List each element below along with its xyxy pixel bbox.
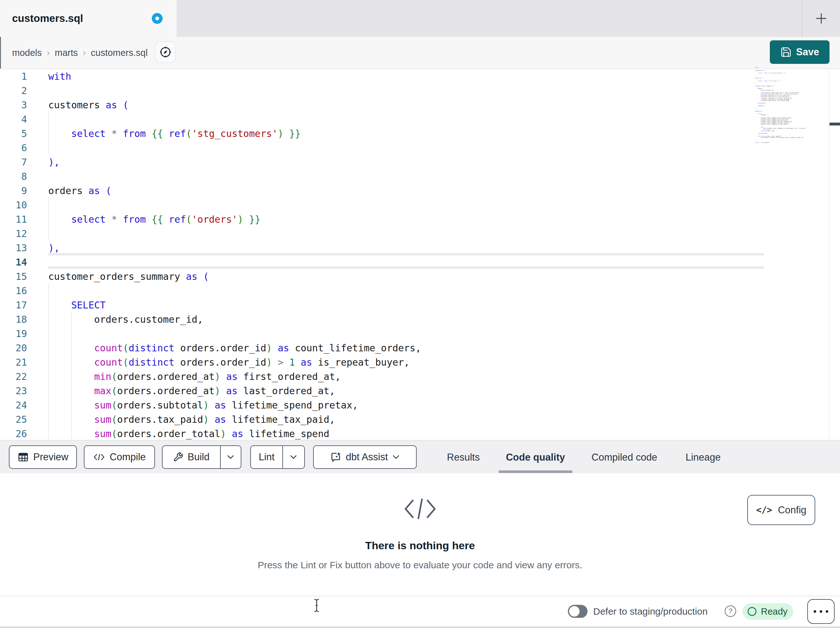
dot <box>819 610 822 613</box>
toggle-knob <box>569 606 579 617</box>
lint-split-button[interactable]: Lint <box>250 445 305 469</box>
dbt-assist-label: dbt Assist <box>346 451 388 463</box>
tab-lineage[interactable]: Lineage <box>682 441 725 474</box>
plus-icon <box>814 11 828 25</box>
line-number: 6 <box>0 141 27 155</box>
preview-label: Preview <box>33 451 68 463</box>
minimap-content: withcustomers as ( select * from {{ ref(… <box>755 67 831 143</box>
preview-button[interactable]: Preview <box>9 445 77 469</box>
build-main[interactable]: Build <box>163 451 220 463</box>
code-line-8[interactable]: 8 <box>0 169 840 183</box>
breadcrumb-separator: › <box>47 48 50 58</box>
line-content <box>27 198 48 212</box>
save-label: Save <box>796 46 819 58</box>
new-tab-button[interactable] <box>802 0 840 37</box>
defer-toggle[interactable] <box>568 605 587 618</box>
chevron-down-icon <box>227 455 234 459</box>
build-dropdown[interactable] <box>221 455 241 459</box>
help-icon[interactable]: ? <box>725 606 736 617</box>
code-line-7[interactable]: 7), <box>0 155 840 169</box>
line-content: count(distinct orders.order_id) as count… <box>27 341 421 355</box>
minimap[interactable]: withcustomers as ( select * from {{ ref(… <box>755 67 831 146</box>
line-number: 15 <box>0 269 27 284</box>
dbt-assist-button[interactable]: dbt Assist <box>313 445 417 469</box>
more-options-button[interactable] <box>807 599 835 624</box>
line-number: 13 <box>0 241 27 255</box>
empty-state-code-icon <box>0 495 840 524</box>
tab-bar: customers.sql <box>0 0 840 37</box>
tab-results[interactable]: Results <box>444 441 483 474</box>
build-split-button[interactable]: Build <box>162 445 242 469</box>
tab-code-quality[interactable]: Code quality <box>499 441 572 474</box>
code-line-2[interactable]: 2 <box>0 84 840 98</box>
tab-code-quality-label: Code quality <box>506 452 565 463</box>
line-number: 5 <box>0 127 27 141</box>
defer-label: Defer to staging/production <box>593 596 707 626</box>
line-number: 9 <box>0 183 27 198</box>
line-number: 24 <box>0 398 27 412</box>
code-editor[interactable]: 1with23customers as (45 select * from {{… <box>0 69 840 440</box>
line-number: 26 <box>0 427 27 440</box>
tab-results-label: Results <box>447 452 480 463</box>
assist-chat-sparkle-icon <box>330 451 341 463</box>
line-content <box>27 112 48 127</box>
line-content <box>27 255 48 269</box>
indent-guide <box>48 283 49 440</box>
line-content: sum(orders.order_total) as lifetime_spen… <box>27 427 329 440</box>
save-button[interactable]: Save <box>770 40 829 64</box>
code-line-23[interactable]: 23 max(orders.ordered_at) as last_ordere… <box>0 384 840 398</box>
tab-compiled-code[interactable]: Compiled code <box>586 441 663 474</box>
code-line-10[interactable]: 10 <box>0 198 840 212</box>
ready-circle-icon <box>748 607 756 616</box>
editor-scrollbar-thumb[interactable] <box>829 123 840 125</box>
status-badge: Ready <box>742 603 793 620</box>
indent-guide <box>71 312 72 440</box>
breadcrumb-marts[interactable]: marts <box>55 47 78 58</box>
minimap-line: select * from joined <box>755 142 831 143</box>
code-line-6[interactable]: 6 <box>0 141 840 155</box>
code-line-20[interactable]: 20 count(distinct orders.order_id) as co… <box>0 341 840 355</box>
line-number: 14 <box>0 255 27 269</box>
unsaved-changes-dot-icon <box>152 13 163 24</box>
code-line-3[interactable]: 3customers as ( <box>0 98 840 112</box>
line-number: 2 <box>0 84 27 98</box>
code-line-19[interactable]: 19 <box>0 327 840 341</box>
code-line-12[interactable]: 12 <box>0 226 840 241</box>
compile-button[interactable]: Compile <box>84 445 155 469</box>
code-line-22[interactable]: 22 min(orders.ordered_at) as first_order… <box>0 369 840 384</box>
code-line-24[interactable]: 24 sum(orders.subtotal) as lifetime_spen… <box>0 398 840 412</box>
code-line-21[interactable]: 21 count(distinct orders.order_id) > 1 a… <box>0 355 840 369</box>
explore-docs-button[interactable] <box>155 41 176 63</box>
code-line-15[interactable]: 15customer_orders_summary as ( <box>0 269 840 284</box>
tab-customers-sql[interactable]: customers.sql <box>0 0 177 37</box>
code-line-18[interactable]: 18 orders.customer_id, <box>0 312 840 327</box>
code-line-11[interactable]: 11 select * from {{ ref('orders') }} <box>0 212 840 226</box>
code-line-25[interactable]: 25 sum(orders.tax_paid) as lifetime_tax_… <box>0 412 840 427</box>
code-quality-panel: </> Config There is nothing here Press t… <box>0 473 840 596</box>
line-content <box>27 327 48 341</box>
line-content <box>27 284 48 298</box>
code-line-16[interactable]: 16 <box>0 284 840 298</box>
line-content: sum(orders.subtotal) as lifetime_spend_p… <box>27 398 358 412</box>
line-number: 3 <box>0 98 27 112</box>
indent-guide <box>48 111 49 154</box>
lint-label[interactable]: Lint <box>251 451 282 463</box>
status-bar: Defer to staging/production ? Ready <box>0 596 840 626</box>
line-number: 17 <box>0 298 27 312</box>
code-line-1[interactable]: 1with <box>0 69 840 84</box>
line-number: 11 <box>0 212 27 226</box>
breadcrumb-models[interactable]: models <box>12 47 42 58</box>
ready-label: Ready <box>761 606 788 617</box>
breadcrumb-file[interactable]: customers.sql <box>91 47 148 58</box>
lint-dropdown[interactable] <box>283 455 304 459</box>
line-content: max(orders.ordered_at) as last_ordered_a… <box>27 384 335 398</box>
code-line-26[interactable]: 26 sum(orders.order_total) as lifetime_s… <box>0 427 840 440</box>
code-line-9[interactable]: 9orders as ( <box>0 183 840 198</box>
editor-toolbar: Preview Compile Build Lint db <box>0 440 840 473</box>
code-line-4[interactable]: 4 <box>0 112 840 127</box>
empty-state-subtitle: Press the Lint or Fix button above to ev… <box>0 560 840 571</box>
line-content: sum(orders.tax_paid) as lifetime_tax_pai… <box>27 412 335 427</box>
code-line-17[interactable]: 17 SELECT <box>0 298 840 312</box>
code-line-5[interactable]: 5 select * from {{ ref('stg_customers') … <box>0 127 840 141</box>
tab-title: customers.sql <box>12 13 83 24</box>
